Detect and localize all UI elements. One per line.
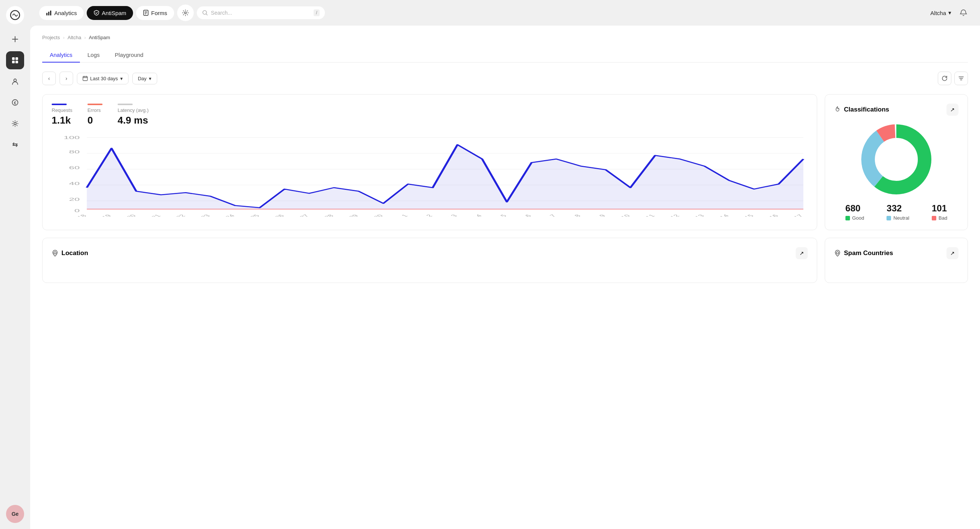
svg-text:Oct 10: Oct 10 bbox=[609, 214, 632, 217]
chart-toolbar: ‹ › Last 30 days ▾ Day ▾ bbox=[42, 71, 968, 85]
granularity-dropdown[interactable]: Day ▾ bbox=[132, 73, 157, 84]
search-slash-icon: / bbox=[313, 10, 319, 16]
flame-icon bbox=[834, 106, 841, 113]
spam-countries-expand-icon: ↗ bbox=[950, 250, 955, 256]
spam-countries-expand-btn[interactable]: ↗ bbox=[947, 247, 959, 259]
analytics-nav-btn[interactable]: Analytics bbox=[39, 6, 84, 20]
good-dot bbox=[845, 216, 850, 221]
search-bar[interactable]: Search... / bbox=[197, 6, 325, 19]
svg-text:€: € bbox=[14, 101, 16, 105]
refresh-btn[interactable] bbox=[938, 71, 951, 85]
svg-text:Oct 4: Oct 4 bbox=[464, 214, 483, 217]
errors-legend bbox=[88, 103, 102, 105]
main-content: Analytics AntiSpam Forms Search... / Alt… bbox=[30, 0, 980, 529]
user-menu-btn[interactable]: Altcha ▾ bbox=[930, 10, 951, 16]
page-tabs: Analytics Logs Playground bbox=[42, 48, 968, 62]
date-range-label: Last 30 days bbox=[90, 76, 118, 81]
svg-text:Oct 5: Oct 5 bbox=[488, 214, 508, 217]
good-label: Good bbox=[845, 215, 864, 221]
svg-rect-6 bbox=[16, 61, 18, 63]
sidebar-item-users[interactable] bbox=[6, 72, 24, 91]
svg-text:Oct 2: Oct 2 bbox=[414, 214, 434, 217]
errors-stat: Errors 0 bbox=[88, 103, 102, 126]
tab-playground[interactable]: Playground bbox=[107, 48, 151, 62]
breadcrumb-projects[interactable]: Projects bbox=[42, 35, 60, 40]
spam-countries-title: Spam Countries bbox=[834, 249, 893, 257]
svg-text:Sep 24: Sep 24 bbox=[212, 214, 236, 217]
sidebar: € Ge bbox=[0, 0, 30, 529]
breadcrumb-altcha[interactable]: Altcha bbox=[67, 35, 81, 40]
bad-label: Bad bbox=[932, 215, 947, 221]
antispam-nav-btn[interactable]: AntiSpam bbox=[87, 6, 133, 20]
sidebar-item-grid[interactable] bbox=[6, 51, 24, 69]
svg-text:Oct 13: Oct 13 bbox=[683, 214, 706, 217]
user-avatar[interactable]: Ge bbox=[6, 505, 24, 523]
errors-value: 0 bbox=[88, 114, 102, 126]
breadcrumb-antispam[interactable]: AntiSpam bbox=[89, 35, 110, 40]
location-title: Location bbox=[52, 249, 88, 257]
requests-chart-card: Requests 1.1k Errors 0 Latency (avg.) 4.… bbox=[42, 94, 817, 230]
forms-nav-btn[interactable]: Forms bbox=[136, 6, 174, 20]
svg-text:Oct 6: Oct 6 bbox=[513, 214, 533, 217]
neutral-stat: 332 Neutral bbox=[886, 203, 909, 221]
sidebar-item-billing[interactable]: € bbox=[6, 94, 24, 111]
location-expand-icon: ↗ bbox=[799, 250, 804, 256]
location-expand-btn[interactable]: ↗ bbox=[796, 247, 808, 259]
location-header: Location ↗ bbox=[52, 247, 808, 259]
granularity-chevron: ▾ bbox=[149, 76, 151, 81]
filter-btn[interactable] bbox=[955, 71, 968, 85]
svg-text:Sep 23: Sep 23 bbox=[187, 214, 212, 217]
user-label: Altcha bbox=[930, 10, 946, 16]
settings-nav-btn[interactable] bbox=[177, 5, 194, 21]
classifications-card: Classifications ↗ bbox=[825, 94, 968, 230]
expand-icon: ↗ bbox=[950, 106, 955, 113]
classifications-title: Classifications bbox=[834, 106, 889, 113]
sidebar-item-transfer[interactable] bbox=[6, 136, 24, 154]
line-chart: 20 40 60 80 100 0 Sep 18Sep 19Sep 20Sep … bbox=[52, 134, 808, 217]
sidebar-item-settings[interactable] bbox=[6, 114, 24, 133]
neutral-label: Neutral bbox=[886, 215, 909, 221]
tab-logs[interactable]: Logs bbox=[80, 48, 107, 62]
svg-text:Sep 26: Sep 26 bbox=[262, 214, 286, 217]
granularity-label: Day bbox=[138, 76, 146, 81]
spam-countries-card: Spam Countries ↗ bbox=[825, 238, 968, 283]
prev-btn[interactable]: ‹ bbox=[42, 71, 56, 85]
svg-rect-3 bbox=[12, 57, 15, 60]
topnav-right: Altcha ▾ bbox=[930, 5, 971, 21]
notifications-btn[interactable] bbox=[956, 5, 971, 21]
svg-marker-40 bbox=[87, 145, 803, 209]
latency-label: Latency (avg.) bbox=[118, 107, 148, 113]
errors-label: Errors bbox=[88, 107, 102, 113]
svg-text:Oct 11: Oct 11 bbox=[633, 214, 656, 217]
requests-stat: Requests 1.1k bbox=[52, 103, 72, 126]
classifications-expand-btn[interactable]: ↗ bbox=[947, 103, 959, 116]
add-button[interactable] bbox=[6, 30, 24, 48]
svg-text:Sep 30: Sep 30 bbox=[360, 214, 385, 217]
toolbar-right bbox=[938, 71, 968, 85]
next-btn[interactable]: › bbox=[60, 71, 73, 85]
requests-value: 1.1k bbox=[52, 114, 72, 126]
breadcrumb-sep-2: › bbox=[84, 35, 86, 40]
svg-text:60: 60 bbox=[69, 165, 80, 170]
svg-line-20 bbox=[206, 14, 207, 15]
svg-text:Oct 15: Oct 15 bbox=[732, 214, 755, 217]
logo[interactable] bbox=[6, 6, 24, 24]
svg-text:Oct 16: Oct 16 bbox=[757, 214, 780, 217]
tab-analytics[interactable]: Analytics bbox=[42, 48, 80, 62]
svg-rect-12 bbox=[48, 12, 49, 16]
svg-text:Oct 12: Oct 12 bbox=[658, 214, 681, 217]
svg-text:Sep 29: Sep 29 bbox=[336, 214, 360, 217]
latency-stat: Latency (avg.) 4.9 ms bbox=[118, 103, 148, 126]
donut-chart bbox=[834, 122, 959, 197]
svg-point-18 bbox=[184, 12, 186, 14]
date-range-dropdown[interactable]: Last 30 days ▾ bbox=[77, 73, 129, 84]
svg-point-76 bbox=[837, 252, 838, 254]
svg-text:Oct 8: Oct 8 bbox=[562, 214, 582, 217]
bad-dot bbox=[932, 216, 936, 221]
requests-legend bbox=[52, 103, 67, 105]
classifications-label: Classifications bbox=[844, 106, 889, 113]
svg-rect-13 bbox=[50, 11, 51, 16]
svg-rect-4 bbox=[16, 57, 18, 60]
requests-label: Requests bbox=[52, 107, 72, 113]
antispam-nav-label: AntiSpam bbox=[102, 10, 126, 16]
